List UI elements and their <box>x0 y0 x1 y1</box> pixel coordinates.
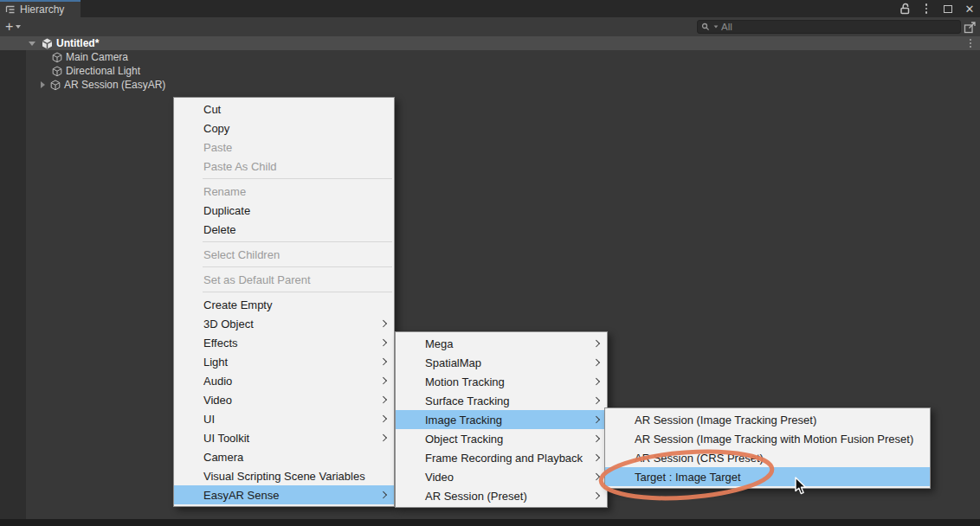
search-filter-caret-icon <box>714 25 719 28</box>
tree-row-directional-light[interactable]: Directional Light <box>0 64 980 78</box>
gameobject-cube-icon <box>52 66 62 77</box>
submenu-arrow-icon <box>592 492 599 499</box>
gameobject-cube-icon <box>50 80 61 91</box>
tree-item-label: Directional Light <box>66 65 140 77</box>
unlocked-padlock-icon[interactable] <box>898 2 912 16</box>
menu-item-mega[interactable]: Mega <box>396 334 607 353</box>
submenu-arrow-icon <box>379 339 386 346</box>
tab-label: Hierarchy <box>20 3 64 16</box>
menu-item-set-as-default-parent: Set as Default Parent <box>174 270 394 289</box>
menu-separator <box>174 264 394 270</box>
submenu-arrow-icon <box>379 358 386 365</box>
tree-item-label: AR Session (EasyAR) <box>64 79 165 91</box>
menu-item-ar-session-preset[interactable]: AR Session (Preset) <box>396 486 607 505</box>
tree-item-label: Main Camera <box>66 51 128 63</box>
submenu-arrow-icon <box>592 397 599 404</box>
menu-item-audio[interactable]: Audio <box>174 371 394 390</box>
menu-item-ar-session-image-tracking-preset[interactable]: AR Session (Image Tracking Preset) <box>605 410 930 429</box>
unity-scene-icon <box>42 38 53 49</box>
easyar-sense-submenu: Mega SpatialMap Motion Tracking Surface … <box>395 331 608 508</box>
submenu-arrow-icon <box>592 473 599 480</box>
menu-item-surface-tracking[interactable]: Surface Tracking <box>396 391 607 410</box>
scene-options-kebab-icon[interactable] <box>970 39 971 48</box>
menu-separator <box>174 289 394 295</box>
submenu-arrow-icon <box>379 491 386 498</box>
menu-item-create-empty[interactable]: Create Empty <box>174 295 394 314</box>
submenu-arrow-icon <box>379 320 386 327</box>
menu-item-rename: Rename <box>174 182 394 201</box>
menu-item-duplicate[interactable]: Duplicate <box>174 201 394 220</box>
menu-item-paste: Paste <box>174 138 394 157</box>
close-icon[interactable]: ✕ <box>963 2 977 16</box>
submenu-arrow-icon <box>379 377 386 384</box>
create-dropdown-caret-icon <box>16 25 21 29</box>
menu-separator <box>174 239 394 245</box>
menu-item-select-children: Select Children <box>174 245 394 264</box>
menu-item-paste-as-child: Paste As Child <box>174 157 394 176</box>
scene-expand-triangle-icon[interactable] <box>29 42 35 46</box>
menu-item-cut[interactable]: Cut <box>174 99 394 119</box>
search-placeholder: All <box>721 22 732 32</box>
submenu-arrow-icon <box>592 416 599 423</box>
tree-row-main-camera[interactable]: Main Camera <box>0 50 980 64</box>
panel-left-gutter <box>0 50 26 519</box>
create-add-button[interactable]: + <box>5 17 21 36</box>
tab-hierarchy[interactable]: Hierarchy <box>0 0 81 17</box>
gameobject-cube-icon <box>52 52 62 63</box>
menu-item-target-image-target[interactable]: Target : Image Target <box>605 467 930 486</box>
menu-item-effects[interactable]: Effects <box>174 333 394 352</box>
submenu-arrow-icon <box>592 454 599 461</box>
search-icon <box>701 22 711 32</box>
menu-item-camera[interactable]: Camera <box>174 447 394 466</box>
menu-item-ui-toolkit[interactable]: UI Toolkit <box>174 428 394 447</box>
menu-item-object-tracking[interactable]: Object Tracking <box>396 429 607 448</box>
window-bottom-edge <box>0 519 980 526</box>
menu-item-video[interactable]: Video <box>174 390 394 409</box>
menu-item-3d-object[interactable]: 3D Object <box>174 314 394 333</box>
tree-row-ar-session[interactable]: AR Session (EasyAR) <box>0 78 980 92</box>
menu-item-light[interactable]: Light <box>174 352 394 371</box>
menu-item-frame-recording-and-playback[interactable]: Frame Recording and Playback <box>396 448 607 467</box>
menu-item-ar-session-image-tracking-motion-fusion-preset[interactable]: AR Session (Image Tracking with Motion F… <box>605 429 930 448</box>
scene-name: Untitled* <box>56 37 99 49</box>
menu-item-ui[interactable]: UI <box>174 409 394 428</box>
collapse-triangle-icon[interactable] <box>41 81 45 88</box>
maximize-icon[interactable] <box>941 2 955 16</box>
menu-item-spatialmap[interactable]: SpatialMap <box>396 353 607 372</box>
tree-row-scene[interactable]: Untitled* <box>0 36 980 50</box>
titlebar: Hierarchy ✕ <box>0 0 980 17</box>
image-tracking-submenu: AR Session (Image Tracking Preset) AR Se… <box>604 407 931 489</box>
context-menu: Cut Copy Paste Paste As Child Rename Dup… <box>173 97 395 507</box>
menu-item-image-tracking[interactable]: Image Tracking <box>396 410 607 429</box>
hierarchy-icon <box>5 5 16 14</box>
hierarchy-toolbar: + All <box>0 17 980 36</box>
menu-item-delete[interactable]: Delete <box>174 220 394 239</box>
menu-item-motion-tracking[interactable]: Motion Tracking <box>396 372 607 391</box>
panel-menu-kebab-icon[interactable] <box>919 2 933 16</box>
menu-item-copy[interactable]: Copy <box>174 119 394 138</box>
submenu-arrow-icon <box>592 435 599 442</box>
menu-separator <box>174 176 394 182</box>
menu-item-video[interactable]: Video <box>396 467 607 486</box>
submenu-arrow-icon <box>379 396 386 403</box>
submenu-arrow-icon <box>592 359 599 366</box>
menu-item-visual-scripting-scene-variables[interactable]: Visual Scripting Scene Variables <box>174 466 394 485</box>
open-search-window-icon[interactable] <box>963 20 977 34</box>
unity-hierarchy-window: Hierarchy ✕ + <box>0 0 980 526</box>
search-input[interactable]: All <box>697 20 961 34</box>
submenu-arrow-icon <box>379 434 386 441</box>
submenu-arrow-icon <box>592 340 599 347</box>
submenu-arrow-icon <box>379 415 386 422</box>
menu-item-ar-session-crs-preset[interactable]: AR Session (CRS Preset) <box>605 448 930 467</box>
submenu-arrow-icon <box>592 378 599 385</box>
menu-item-easyar-sense[interactable]: EasyAR Sense <box>174 485 394 504</box>
